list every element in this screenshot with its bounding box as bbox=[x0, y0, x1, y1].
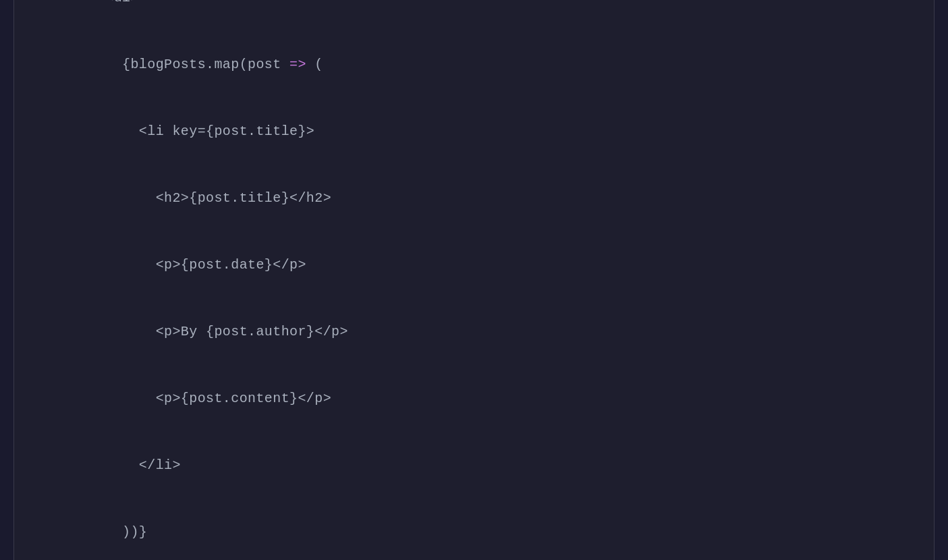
line-p-date: <p>{post.date}</p> bbox=[38, 231, 910, 298]
line-p-author: <p>By {post.author}</p> bbox=[38, 298, 910, 365]
code-block: Javascript Copy import { blogPosts } fro… bbox=[13, 0, 935, 560]
kw-map-arrow: => bbox=[289, 57, 306, 72]
line-li-close: </li> bbox=[38, 432, 910, 499]
code-body: import { blogPosts } from './collections… bbox=[14, 0, 934, 560]
line-p-content: <p>{post.content}</p> bbox=[38, 365, 910, 432]
line-ul-open: <ul> bbox=[38, 0, 910, 31]
line-li-open: <li key={post.title}> bbox=[38, 98, 910, 165]
line-map: {blogPosts.map(post => ( bbox=[38, 31, 910, 98]
line-map-close: ))} bbox=[38, 499, 910, 561]
line-h2: <h2>{post.title}</h2> bbox=[38, 165, 910, 231]
